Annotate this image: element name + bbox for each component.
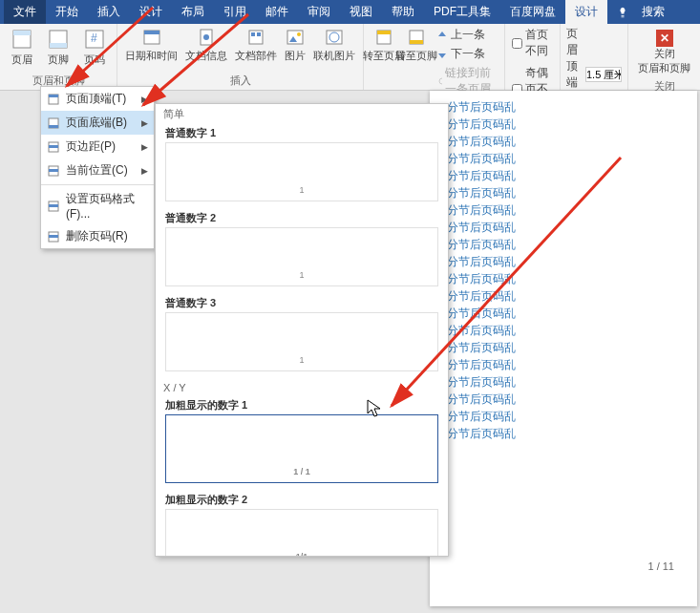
tab-design[interactable]: 设计 (130, 0, 172, 24)
tab-home[interactable]: 开始 (46, 0, 88, 24)
footer-button[interactable]: 页脚 (42, 26, 74, 69)
document-text: -分节后页码乱-分节后页码乱-分节后页码乱-分节后页码乱-分节后页码乱-分节后页… (430, 91, 697, 450)
current-icon (47, 164, 60, 178)
page-number-style-preview[interactable]: 普通数字 11 (165, 124, 438, 201)
svg-point-9 (203, 34, 209, 40)
ribbon: 页眉 页脚 #页码 页眉和页脚 日期和时间 文档信息 文档部件 图片 联机图片 … (0, 24, 700, 91)
ribbon-tabs: 文件 开始 插入 设计 布局 引用 邮件 审阅 视图 帮助 PDF工具集 百度网… (0, 0, 700, 24)
link-icon (436, 75, 443, 87)
format-icon (47, 200, 60, 213)
down-arrow-icon (436, 49, 448, 60)
svg-text:#: # (91, 32, 97, 45)
close-header-footer-button[interactable]: ✕ 关闭 页眉和页脚 (634, 26, 694, 79)
page-number-style-preview[interactable]: 加粗显示的数字 11 / 1 (165, 396, 438, 483)
tab-references[interactable]: 引用 (214, 0, 256, 24)
svg-rect-29 (49, 169, 58, 172)
docinfo-button[interactable]: 文档信息 (183, 26, 229, 65)
pictures-button[interactable]: 图片 (283, 26, 308, 65)
page-number-menu-item[interactable]: 页面底端(B)▶ (41, 111, 154, 135)
svg-rect-23 (49, 95, 58, 97)
tab-pdf[interactable]: PDF工具集 (424, 0, 500, 24)
next-section-button[interactable]: 下一条 (435, 45, 498, 63)
document-page: -分节后页码乱-分节后页码乱-分节后页码乱-分节后页码乱-分节后页码乱-分节后页… (430, 91, 697, 606)
header-button[interactable]: 页眉 (6, 26, 38, 69)
goto-header-button[interactable]: 转至页眉 (370, 26, 398, 65)
svg-rect-21 (410, 40, 423, 44)
docparts-button[interactable]: 文档部件 (233, 26, 279, 65)
svg-rect-3 (50, 43, 67, 48)
previous-section-button[interactable]: 上一条 (435, 26, 498, 44)
gallery-section-xy: X / Y (156, 379, 448, 396)
page-number-menu-item[interactable]: 当前位置(C)▶ (41, 159, 154, 182)
svg-rect-12 (257, 32, 261, 36)
tab-baidu[interactable]: 百度网盘 (500, 0, 565, 24)
svg-rect-19 (377, 31, 391, 34)
tab-insert[interactable]: 插入 (88, 0, 130, 24)
svg-rect-31 (49, 204, 58, 207)
tab-view[interactable]: 视图 (340, 0, 382, 24)
svg-rect-25 (49, 125, 58, 128)
remove-icon (47, 230, 60, 243)
tab-file[interactable]: 文件 (4, 0, 46, 24)
svg-point-15 (297, 32, 301, 36)
datetime-button[interactable]: 日期和时间 (123, 26, 180, 65)
page-number-style-preview[interactable]: 加粗显示的数字 21/1 (165, 491, 438, 557)
tell-me-search[interactable]: 搜索 (607, 0, 684, 24)
page-number-bottom-gallery: 简单 普通数字 11普通数字 21普通数字 31 X / Y 加粗显示的数字 1… (155, 103, 449, 557)
svg-rect-33 (49, 235, 58, 238)
page-number-menu: 页面顶端(T)▶页面底端(B)▶页边距(P)▶当前位置(C)▶设置页码格式(F)… (40, 86, 155, 249)
tab-layout[interactable]: 布局 (172, 0, 214, 24)
svg-rect-27 (49, 145, 58, 148)
top-icon (47, 93, 60, 106)
page-number-menu-item[interactable]: 页面顶端(T)▶ (41, 87, 154, 111)
goto-footer-button[interactable]: 转至页脚 (402, 26, 431, 65)
tab-review[interactable]: 审阅 (298, 0, 340, 24)
online-pictures-button[interactable]: 联机图片 (311, 26, 357, 65)
gallery-section-simple: 简单 (156, 104, 448, 124)
lightbulb-icon (617, 7, 628, 18)
page-number-style-preview[interactable]: 普通数字 31 (165, 294, 438, 371)
tab-header-footer-design[interactable]: 设计 (565, 0, 607, 24)
page-number-menu-item[interactable]: 页边距(P)▶ (41, 135, 154, 159)
diff-first-page-check[interactable]: 首页不同 (511, 26, 554, 60)
margin-icon (47, 140, 60, 154)
tab-help[interactable]: 帮助 (382, 0, 424, 24)
page-number-display: 1 / 11 (647, 560, 674, 572)
page-number-menu-item[interactable]: 删除页码(R) (41, 224, 154, 248)
svg-rect-1 (13, 31, 31, 35)
page-number-style-preview[interactable]: 普通数字 21 (165, 209, 438, 286)
page-number-button[interactable]: #页码 (78, 26, 111, 69)
page-number-menu-item[interactable]: 设置页码格式(F)... (41, 187, 154, 224)
svg-rect-7 (144, 31, 159, 34)
up-arrow-icon (436, 30, 448, 41)
bottom-icon (47, 116, 60, 130)
group-insert: 插入 (230, 74, 251, 88)
tab-mailings[interactable]: 邮件 (256, 0, 298, 24)
svg-rect-11 (251, 32, 255, 36)
close-icon: ✕ (656, 30, 673, 47)
